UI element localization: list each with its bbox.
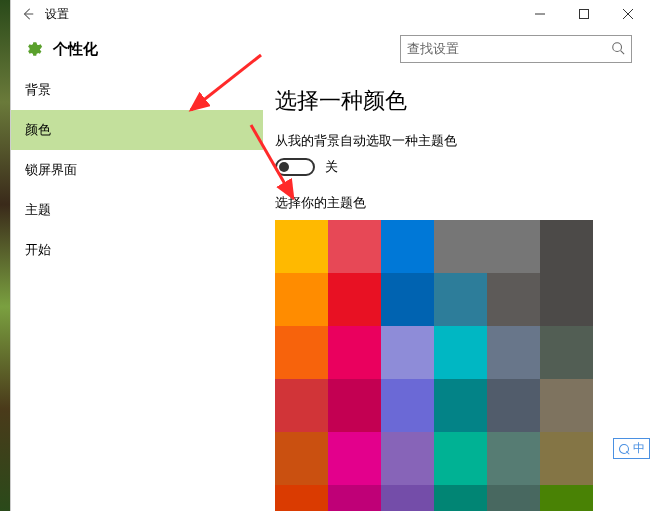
back-arrow-icon	[21, 7, 35, 21]
svg-rect-1	[580, 10, 589, 19]
svg-line-5	[621, 50, 625, 54]
color-swatch[interactable]	[381, 432, 434, 485]
color-swatch[interactable]	[540, 273, 593, 326]
ime-indicator[interactable]: 中	[613, 438, 650, 459]
window-controls	[518, 0, 650, 28]
search-icon	[611, 41, 625, 58]
back-button[interactable]	[11, 0, 45, 28]
settings-window: 设置 个性化 查找设置 背景颜色锁屏界面主	[10, 0, 650, 511]
maximize-button[interactable]	[562, 0, 606, 28]
sidebar-item-label: 背景	[25, 81, 51, 99]
sidebar-item-4[interactable]: 开始	[11, 230, 263, 270]
color-swatch[interactable]	[434, 432, 487, 485]
toggle-knob	[279, 162, 289, 172]
header: 个性化 查找设置	[11, 28, 650, 70]
sidebar-item-2[interactable]: 锁屏界面	[11, 150, 263, 190]
color-swatch[interactable]	[434, 273, 487, 326]
search-input[interactable]: 查找设置	[400, 35, 632, 63]
color-swatch[interactable]	[434, 379, 487, 432]
color-swatch[interactable]	[434, 485, 487, 511]
close-button[interactable]	[606, 0, 650, 28]
auto-pick-label: 从我的背景自动选取一种主题色	[275, 132, 650, 150]
color-swatch[interactable]	[540, 485, 593, 511]
color-swatch[interactable]	[487, 485, 540, 511]
color-swatch[interactable]	[434, 326, 487, 379]
sidebar-item-1[interactable]: 颜色	[11, 110, 263, 150]
color-swatch[interactable]	[381, 273, 434, 326]
close-icon	[623, 9, 633, 19]
color-swatch[interactable]	[381, 326, 434, 379]
color-swatch[interactable]	[540, 220, 593, 273]
window-title: 设置	[45, 6, 69, 23]
color-swatch[interactable]	[381, 485, 434, 511]
sidebar-item-0[interactable]: 背景	[11, 70, 263, 110]
auto-pick-toggle[interactable]	[275, 158, 315, 176]
color-swatch[interactable]	[487, 379, 540, 432]
titlebar: 设置	[11, 0, 650, 28]
color-swatch[interactable]	[487, 326, 540, 379]
ime-icon	[618, 443, 630, 455]
color-swatch[interactable]	[328, 432, 381, 485]
gear-icon	[25, 40, 43, 58]
svg-point-4	[613, 42, 622, 51]
color-swatch[interactable]	[275, 485, 328, 511]
sidebar-item-label: 开始	[25, 241, 51, 259]
ime-label: 中	[633, 440, 645, 457]
color-swatch[interactable]	[275, 432, 328, 485]
minimize-icon	[535, 9, 545, 19]
minimize-button[interactable]	[518, 0, 562, 28]
color-swatch[interactable]	[328, 273, 381, 326]
color-swatch[interactable]	[275, 220, 328, 273]
color-swatch[interactable]	[328, 220, 381, 273]
color-swatch[interactable]	[328, 326, 381, 379]
color-swatch[interactable]	[328, 379, 381, 432]
color-swatch[interactable]	[381, 220, 434, 273]
search-placeholder: 查找设置	[407, 40, 459, 58]
color-swatch[interactable]	[540, 326, 593, 379]
sidebar: 背景颜色锁屏界面主题开始	[11, 70, 263, 511]
color-swatch[interactable]	[275, 273, 328, 326]
color-swatch[interactable]	[381, 379, 434, 432]
color-swatch[interactable]	[540, 379, 593, 432]
color-swatch[interactable]	[487, 273, 540, 326]
body: 背景颜色锁屏界面主题开始 选择一种颜色 从我的背景自动选取一种主题色 关 选择你…	[11, 70, 650, 511]
color-swatch[interactable]	[487, 432, 540, 485]
sidebar-item-3[interactable]: 主题	[11, 190, 263, 230]
color-swatch[interactable]	[275, 326, 328, 379]
content: 选择一种颜色 从我的背景自动选取一种主题色 关 选择你的主题色	[263, 70, 650, 511]
content-heading: 选择一种颜色	[275, 86, 650, 116]
color-swatch[interactable]	[540, 432, 593, 485]
sidebar-item-label: 主题	[25, 201, 51, 219]
sidebar-item-label: 颜色	[25, 121, 51, 139]
sidebar-item-label: 锁屏界面	[25, 161, 77, 179]
color-swatch-grid	[275, 220, 650, 511]
pick-color-label: 选择你的主题色	[275, 194, 650, 212]
color-swatch[interactable]	[434, 220, 487, 273]
desktop-peek-strip	[0, 0, 10, 511]
color-swatch[interactable]	[275, 379, 328, 432]
color-swatch[interactable]	[487, 220, 540, 273]
maximize-icon	[579, 9, 589, 19]
toggle-state-label: 关	[325, 158, 338, 176]
page-title: 个性化	[53, 40, 98, 59]
color-swatch[interactable]	[328, 485, 381, 511]
